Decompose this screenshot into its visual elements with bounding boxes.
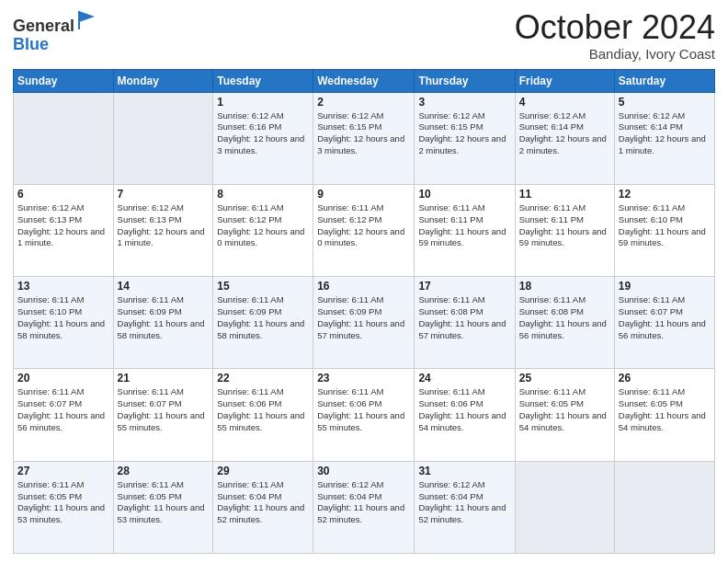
day-number: 5	[619, 96, 711, 109]
logo-flag-icon	[76, 9, 98, 31]
calendar-cell: 4Sunrise: 6:12 AM Sunset: 6:14 PM Daylig…	[515, 92, 614, 184]
col-header-sunday: Sunday	[14, 69, 114, 92]
day-number: 16	[317, 280, 410, 293]
cell-details: Sunrise: 6:11 AM Sunset: 6:12 PM Dayligh…	[317, 202, 410, 249]
calendar-cell: 20Sunrise: 6:11 AM Sunset: 6:07 PM Dayli…	[14, 369, 114, 461]
cell-details: Sunrise: 6:11 AM Sunset: 6:06 PM Dayligh…	[317, 386, 410, 433]
calendar-row: 27Sunrise: 6:11 AM Sunset: 6:05 PM Dayli…	[14, 461, 715, 553]
day-number: 11	[519, 188, 610, 201]
day-number: 18	[519, 280, 610, 293]
day-number: 9	[317, 188, 410, 201]
header: General Blue October 2024 Bandiay, Ivory…	[13, 9, 715, 62]
cell-details: Sunrise: 6:11 AM Sunset: 6:07 PM Dayligh…	[17, 386, 109, 433]
calendar-cell: 15Sunrise: 6:11 AM Sunset: 6:09 PM Dayli…	[213, 277, 313, 369]
cell-details: Sunrise: 6:12 AM Sunset: 6:15 PM Dayligh…	[317, 110, 410, 157]
cell-details: Sunrise: 6:11 AM Sunset: 6:09 PM Dayligh…	[217, 294, 309, 341]
calendar-cell: 31Sunrise: 6:12 AM Sunset: 6:04 PM Dayli…	[415, 461, 515, 553]
calendar-cell	[614, 461, 714, 553]
calendar-cell: 17Sunrise: 6:11 AM Sunset: 6:08 PM Dayli…	[415, 277, 515, 369]
page: General Blue October 2024 Bandiay, Ivory…	[0, 0, 728, 563]
calendar-table: SundayMondayTuesdayWednesdayThursdayFrid…	[13, 69, 715, 554]
cell-details: Sunrise: 6:12 AM Sunset: 6:04 PM Dayligh…	[317, 479, 410, 526]
cell-details: Sunrise: 6:11 AM Sunset: 6:10 PM Dayligh…	[619, 202, 711, 249]
calendar-cell: 18Sunrise: 6:11 AM Sunset: 6:08 PM Dayli…	[515, 277, 614, 369]
month-title: October 2024	[515, 9, 715, 46]
day-number: 17	[418, 280, 510, 293]
day-number: 24	[418, 372, 510, 385]
calendar-cell: 23Sunrise: 6:11 AM Sunset: 6:06 PM Dayli…	[313, 369, 415, 461]
calendar-cell: 12Sunrise: 6:11 AM Sunset: 6:10 PM Dayli…	[614, 184, 714, 276]
logo-blue: Blue	[13, 35, 49, 53]
cell-details: Sunrise: 6:12 AM Sunset: 6:15 PM Dayligh…	[418, 110, 510, 157]
col-header-thursday: Thursday	[415, 69, 515, 92]
day-number: 15	[217, 280, 309, 293]
calendar-cell: 28Sunrise: 6:11 AM Sunset: 6:05 PM Dayli…	[113, 461, 213, 553]
day-number: 27	[17, 465, 109, 477]
calendar-row: 6Sunrise: 6:12 AM Sunset: 6:13 PM Daylig…	[14, 184, 715, 276]
calendar-cell: 10Sunrise: 6:11 AM Sunset: 6:11 PM Dayli…	[415, 184, 515, 276]
svg-marker-1	[79, 11, 95, 22]
day-number: 10	[418, 188, 510, 201]
calendar-row: 1Sunrise: 6:12 AM Sunset: 6:16 PM Daylig…	[14, 92, 715, 184]
cell-details: Sunrise: 6:11 AM Sunset: 6:11 PM Dayligh…	[418, 202, 510, 249]
cell-details: Sunrise: 6:11 AM Sunset: 6:06 PM Dayligh…	[418, 386, 510, 433]
calendar-cell: 25Sunrise: 6:11 AM Sunset: 6:05 PM Dayli…	[515, 369, 614, 461]
cell-details: Sunrise: 6:11 AM Sunset: 6:07 PM Dayligh…	[619, 294, 711, 341]
calendar-cell: 6Sunrise: 6:12 AM Sunset: 6:13 PM Daylig…	[14, 184, 114, 276]
day-number: 31	[418, 465, 510, 477]
logo: General Blue	[13, 9, 98, 54]
day-number: 23	[317, 372, 410, 385]
calendar-cell: 16Sunrise: 6:11 AM Sunset: 6:09 PM Dayli…	[313, 277, 415, 369]
calendar-cell: 29Sunrise: 6:11 AM Sunset: 6:04 PM Dayli…	[213, 461, 313, 553]
cell-details: Sunrise: 6:11 AM Sunset: 6:05 PM Dayligh…	[17, 479, 109, 526]
cell-details: Sunrise: 6:11 AM Sunset: 6:10 PM Dayligh…	[17, 294, 109, 341]
calendar-cell: 21Sunrise: 6:11 AM Sunset: 6:07 PM Dayli…	[113, 369, 213, 461]
cell-details: Sunrise: 6:11 AM Sunset: 6:08 PM Dayligh…	[519, 294, 610, 341]
calendar-row: 13Sunrise: 6:11 AM Sunset: 6:10 PM Dayli…	[14, 277, 715, 369]
cell-details: Sunrise: 6:11 AM Sunset: 6:11 PM Dayligh…	[519, 202, 610, 249]
cell-details: Sunrise: 6:11 AM Sunset: 6:05 PM Dayligh…	[118, 479, 210, 526]
cell-details: Sunrise: 6:12 AM Sunset: 6:04 PM Dayligh…	[418, 479, 510, 526]
day-number: 13	[17, 280, 109, 293]
day-number: 26	[619, 372, 711, 385]
cell-details: Sunrise: 6:12 AM Sunset: 6:16 PM Dayligh…	[217, 110, 309, 157]
day-number: 30	[317, 465, 410, 477]
day-number: 21	[118, 372, 210, 385]
location-subtitle: Bandiay, Ivory Coast	[515, 46, 715, 62]
calendar-cell: 19Sunrise: 6:11 AM Sunset: 6:07 PM Dayli…	[614, 277, 714, 369]
day-number: 8	[217, 188, 309, 201]
logo-blue-text: Blue	[13, 36, 98, 54]
cell-details: Sunrise: 6:12 AM Sunset: 6:14 PM Dayligh…	[519, 110, 610, 157]
day-number: 3	[418, 96, 510, 109]
day-number: 7	[118, 188, 210, 201]
cell-details: Sunrise: 6:11 AM Sunset: 6:04 PM Dayligh…	[217, 479, 309, 526]
day-number: 20	[17, 372, 109, 385]
calendar-cell: 22Sunrise: 6:11 AM Sunset: 6:06 PM Dayli…	[213, 369, 313, 461]
col-header-friday: Friday	[515, 69, 614, 92]
logo-text: General	[13, 9, 98, 36]
col-header-tuesday: Tuesday	[213, 69, 313, 92]
day-number: 29	[217, 465, 309, 477]
day-number: 14	[118, 280, 210, 293]
cell-details: Sunrise: 6:11 AM Sunset: 6:12 PM Dayligh…	[217, 202, 309, 249]
calendar-cell: 24Sunrise: 6:11 AM Sunset: 6:06 PM Dayli…	[415, 369, 515, 461]
calendar-cell: 7Sunrise: 6:12 AM Sunset: 6:13 PM Daylig…	[113, 184, 213, 276]
cell-details: Sunrise: 6:11 AM Sunset: 6:05 PM Dayligh…	[519, 386, 610, 433]
day-number: 12	[619, 188, 711, 201]
col-header-wednesday: Wednesday	[313, 69, 415, 92]
calendar-cell: 30Sunrise: 6:12 AM Sunset: 6:04 PM Dayli…	[313, 461, 415, 553]
logo-general: General	[13, 17, 74, 35]
calendar-cell: 5Sunrise: 6:12 AM Sunset: 6:14 PM Daylig…	[614, 92, 714, 184]
day-number: 2	[317, 96, 410, 109]
calendar-cell: 26Sunrise: 6:11 AM Sunset: 6:05 PM Dayli…	[614, 369, 714, 461]
cell-details: Sunrise: 6:12 AM Sunset: 6:14 PM Dayligh…	[619, 110, 711, 157]
day-number: 1	[217, 96, 309, 109]
day-number: 25	[519, 372, 610, 385]
calendar-cell: 11Sunrise: 6:11 AM Sunset: 6:11 PM Dayli…	[515, 184, 614, 276]
title-area: October 2024 Bandiay, Ivory Coast	[515, 9, 715, 62]
cell-details: Sunrise: 6:11 AM Sunset: 6:09 PM Dayligh…	[118, 294, 210, 341]
calendar-cell: 14Sunrise: 6:11 AM Sunset: 6:09 PM Dayli…	[113, 277, 213, 369]
header-row: SundayMondayTuesdayWednesdayThursdayFrid…	[14, 69, 715, 92]
col-header-saturday: Saturday	[614, 69, 714, 92]
calendar-cell	[113, 92, 213, 184]
